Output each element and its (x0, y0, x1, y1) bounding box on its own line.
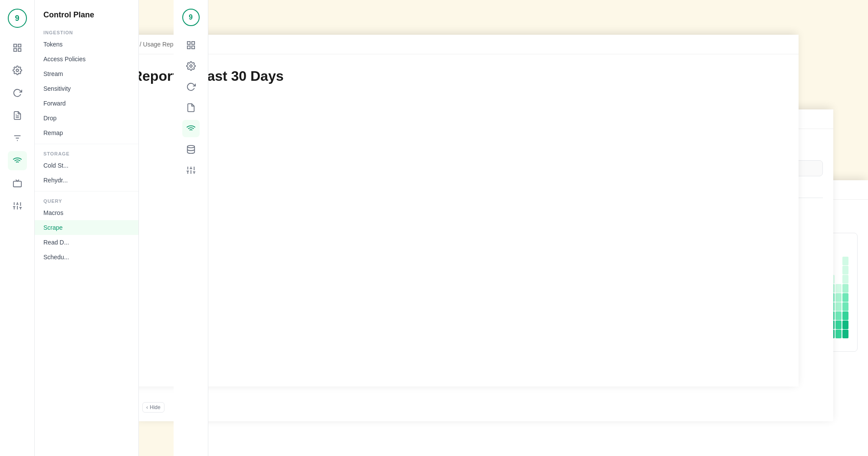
heatmap-cell (842, 330, 848, 338)
sidebar3-document[interactable] (182, 99, 200, 116)
heatmap-cell (842, 284, 848, 293)
svg-rect-23 (187, 46, 190, 49)
svg-rect-21 (187, 42, 190, 44)
nav-item-drop[interactable]: Drop (35, 111, 138, 126)
heatmap-cell (842, 311, 848, 320)
heatmap-cell (835, 257, 842, 265)
nav-item-read-data[interactable]: Read D... (35, 235, 138, 250)
app-logo[interactable]: 9 (8, 9, 27, 28)
nav-item-remap[interactable]: Remap (35, 126, 138, 140)
sidebar3-broadcast[interactable] (182, 120, 200, 137)
heatmap-cell (835, 275, 842, 284)
heatmap-cell (835, 321, 842, 329)
heatmap-cell (842, 275, 848, 284)
gear-icon-3 (186, 61, 196, 71)
nav-section-ingestion: INGESTION (35, 26, 138, 37)
grid-icon (13, 43, 22, 53)
heatmap-cell (842, 321, 848, 329)
nav-item-scrape[interactable]: Scrape (35, 220, 138, 235)
nav-divider-1 (35, 144, 138, 144)
filter-icon (13, 133, 22, 143)
svg-point-4 (16, 69, 19, 72)
sidebar-item-storage[interactable] (8, 174, 27, 193)
svg-rect-2 (13, 49, 16, 51)
sidebar-item-filter[interactable] (8, 129, 27, 148)
svg-point-27 (187, 145, 194, 148)
svg-rect-11 (13, 181, 21, 187)
svg-rect-0 (13, 44, 16, 47)
heatmap-cell (842, 266, 848, 274)
heatmap-cell (842, 257, 848, 265)
nav-divider-2 (35, 191, 138, 192)
hide-button[interactable]: ‹ Hide (142, 402, 164, 413)
heatmap-cell (842, 302, 848, 311)
grid-icon-3 (186, 40, 196, 50)
document-icon-3 (186, 103, 196, 112)
heatmap-cell (842, 293, 848, 302)
document-icon (13, 111, 22, 120)
filter-icon-3 (186, 165, 196, 175)
heatmap-cell (835, 302, 842, 311)
nav-sidebar-3: 9 (174, 0, 208, 456)
svg-point-25 (190, 65, 192, 67)
nav-item-forward[interactable]: Forward (35, 96, 138, 111)
gear-icon (13, 66, 22, 75)
nav-item-sensitivity[interactable]: Sensitivity (35, 81, 138, 96)
sidebar3-filter[interactable] (182, 162, 200, 179)
main-sidebar: 9 (0, 0, 35, 456)
nav-section-storage: STORAGE (35, 148, 138, 158)
nav-sidebar: Control Plane INGESTION Tokens Access Po… (35, 0, 139, 456)
heatmap-cell (835, 266, 842, 274)
broadcast-icon (13, 156, 22, 165)
sidebar-item-broadcast[interactable] (8, 151, 27, 170)
sidebar3-dashboard[interactable] (182, 36, 200, 54)
nav-item-tokens[interactable]: Tokens (35, 37, 138, 52)
heatmap-cell (835, 330, 842, 338)
svg-rect-24 (191, 46, 194, 49)
nav-item-schedule[interactable]: Schedu... (35, 250, 138, 264)
sidebar3-settings[interactable] (182, 57, 200, 75)
heatmap-cell (835, 311, 842, 320)
sidebar-item-refresh[interactable] (8, 83, 27, 102)
nav-header: Control Plane (35, 0, 138, 26)
svg-rect-22 (191, 42, 194, 44)
sliders-icon (13, 201, 22, 211)
sidebar-item-settings[interactable] (8, 61, 27, 80)
sidebar-item-document[interactable] (8, 106, 27, 125)
refresh-icon (13, 88, 22, 98)
camera-icon (13, 178, 22, 188)
chevron-left-icon: ‹ (146, 404, 148, 410)
svg-rect-3 (18, 49, 20, 51)
refresh-icon-3 (186, 82, 196, 92)
nav-section-query: QUERY (35, 195, 138, 205)
nav-item-stream[interactable]: Stream (35, 66, 138, 81)
heatmap-cell (835, 293, 842, 302)
nav-item-rehydrate[interactable]: Rehydr... (35, 173, 138, 188)
nav-item-access-policies[interactable]: Access Policies (35, 52, 138, 66)
broadcast-icon-3 (186, 124, 196, 133)
heatmap-cell (835, 284, 842, 293)
app-logo-3[interactable]: 9 (182, 9, 200, 26)
svg-rect-1 (18, 44, 20, 47)
sidebar-item-tune[interactable] (8, 196, 27, 215)
nav-item-macros[interactable]: Macros (35, 205, 138, 220)
sidebar3-storage[interactable] (182, 141, 200, 158)
sidebar3-refresh[interactable] (182, 78, 200, 96)
database-icon-3 (186, 145, 196, 154)
sidebar-item-dashboard[interactable] (8, 38, 27, 57)
nav-item-cold-storage[interactable]: Cold St... (35, 158, 138, 173)
